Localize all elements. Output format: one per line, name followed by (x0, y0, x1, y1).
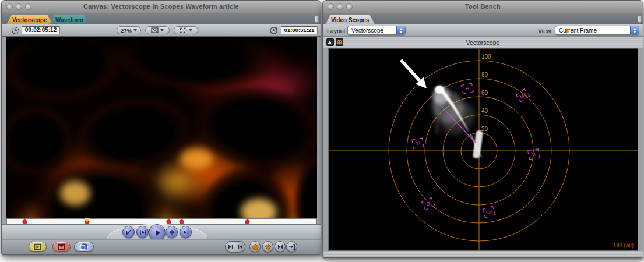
layout-popup[interactable]: Vectorscope (347, 26, 406, 35)
timeline-marker[interactable] (245, 219, 250, 224)
play-in-to-out-icon (139, 229, 146, 236)
scopes-control-bar: Layout: Vectorscope View: Current Frame (323, 24, 643, 37)
target-R: R (462, 83, 474, 94)
insert-icon (34, 243, 41, 250)
layout-value: Vectorscope (348, 27, 396, 34)
svg-text:60: 60 (481, 90, 488, 96)
timeline-marker[interactable] (179, 219, 184, 224)
svg-text:Mg: Mg (518, 91, 527, 100)
tab-video-scopes-label: Video Scopes (331, 17, 369, 23)
svg-text:100: 100 (481, 54, 491, 60)
vectorscope-graticule: 20406080100 RMgYlBGCyHD (all) (329, 49, 638, 250)
play-in-to-out-button[interactable] (136, 226, 149, 238)
play-button[interactable] (149, 224, 166, 241)
insert-edit-button[interactable] (29, 242, 47, 252)
canvas-tabbar: Vectorscope Waveform (2, 13, 321, 24)
duration-timecode-field[interactable]: 00:02:05:12 (22, 26, 60, 34)
go-to-next-edit-button[interactable] (180, 226, 192, 238)
current-timecode-field[interactable]: 01:00:31:21 (281, 26, 318, 34)
view-popup[interactable]: Current Frame (555, 26, 639, 35)
tab-video-scopes[interactable]: Video Scopes (325, 15, 375, 24)
replace-edit-button[interactable] (74, 242, 94, 252)
play-around-icon (168, 229, 175, 236)
canvas-window-title: Canvas: Vectorscope in Scopes Waveform a… (2, 3, 321, 10)
hot-spot (180, 148, 213, 169)
mark-clip-icon (252, 243, 259, 250)
layout-label: Layout: (327, 27, 347, 34)
chevron-down-icon (160, 29, 164, 31)
play-around-current-frame-button[interactable] (166, 226, 178, 238)
desktop: Canvas: Vectorscope in Scopes Waveform a… (0, 0, 644, 262)
zoom-value: 27% (121, 27, 132, 34)
timeline-marker[interactable] (22, 219, 27, 224)
svg-text:Yl: Yl (415, 140, 420, 146)
add-marker-icon (277, 243, 284, 250)
canvas-window: Canvas: Vectorscope in Scopes Waveform a… (1, 0, 321, 255)
tab-waveform-label: Waveform (55, 17, 83, 23)
chevron-down-icon (133, 29, 137, 31)
replace-icon (79, 243, 89, 250)
mark-in-out-buttons (225, 241, 245, 252)
target-G: G (422, 197, 435, 210)
previous-edit-icon (125, 229, 132, 236)
scope-title: Vectorscope (323, 39, 643, 46)
overwrite-icon (58, 243, 65, 250)
wireframe-view-popup[interactable] (145, 26, 170, 34)
overlays-popup[interactable] (174, 26, 198, 34)
svg-text:R: R (465, 85, 470, 91)
safe-area-icon (180, 27, 187, 33)
zoom-popup[interactable]: 27% (117, 26, 141, 34)
svg-text:80: 80 (481, 72, 488, 78)
canvas-titlebar[interactable]: Canvas: Vectorscope in Scopes Waveform a… (2, 1, 321, 13)
tab-waveform[interactable]: Waveform (50, 15, 89, 24)
canvas-toolbar: 00:02:05:12 27% (2, 24, 321, 37)
tool-bench-titlebar[interactable]: Tool Bench (323, 1, 643, 13)
tab-vectorscope[interactable]: Vectorscope (6, 15, 52, 24)
chevron-down-icon (189, 29, 192, 31)
video-frame-burning-coals[interactable] (6, 37, 317, 218)
stepper-arrows-icon (630, 26, 639, 34)
keyframe-diamond-icon (265, 243, 272, 250)
mark-in-icon (228, 244, 233, 250)
next-edit-icon (182, 229, 189, 236)
tab-scroll-nub[interactable] (315, 15, 319, 23)
target-Mg: Mg (516, 89, 529, 102)
mark-clip-button[interactable] (249, 241, 261, 252)
tool-bench-footer (323, 251, 643, 258)
svg-text:B: B (532, 151, 536, 157)
mark-out-button[interactable] (235, 244, 245, 250)
tool-bench-window: Tool Bench Video Scopes Layout: Vectorsc… (322, 0, 643, 258)
duration-clock-icon (11, 26, 20, 35)
target-Yl: Yl (412, 138, 424, 148)
svg-text:G: G (425, 200, 431, 207)
timeline-marker[interactable] (166, 219, 171, 224)
tool-bench-tabbar: Video Scopes (323, 13, 643, 24)
go-to-previous-edit-button[interactable] (122, 226, 135, 238)
tab-vectorscope-label: Vectorscope (12, 17, 47, 23)
view-value: Current Frame (555, 27, 630, 34)
scope-header: Vectorscope (323, 37, 643, 48)
tool-bench-window-title: Tool Bench (323, 3, 643, 10)
svg-text:Cy: Cy (485, 208, 494, 215)
mark-out-icon (238, 244, 243, 250)
target-Cy: Cy (483, 206, 495, 218)
canvas-bottom-bar (2, 239, 321, 255)
add-marker-button[interactable] (275, 241, 286, 252)
scrubber-bar[interactable] (6, 218, 317, 224)
scope-format-label: HD (all) (614, 242, 634, 249)
wireframe-icon (151, 27, 159, 33)
hot-spot (60, 181, 90, 206)
svg-text:20: 20 (481, 126, 488, 132)
view-label: View: (538, 27, 553, 34)
svg-text:40: 40 (481, 108, 488, 114)
tab-scroll-nub[interactable] (638, 15, 642, 23)
mark-in-button[interactable] (226, 244, 235, 250)
overwrite-edit-button[interactable] (52, 242, 71, 252)
annotation-arrow-shaft (401, 60, 420, 81)
match-frame-button[interactable] (286, 241, 297, 252)
match-frame-icon (288, 243, 295, 250)
vectorscope-trace (425, 84, 483, 158)
add-keyframe-button[interactable] (262, 241, 273, 252)
play-icon (153, 229, 161, 237)
vectorscope-display[interactable]: 20406080100 RMgYlBGCyHD (all) (328, 48, 638, 251)
